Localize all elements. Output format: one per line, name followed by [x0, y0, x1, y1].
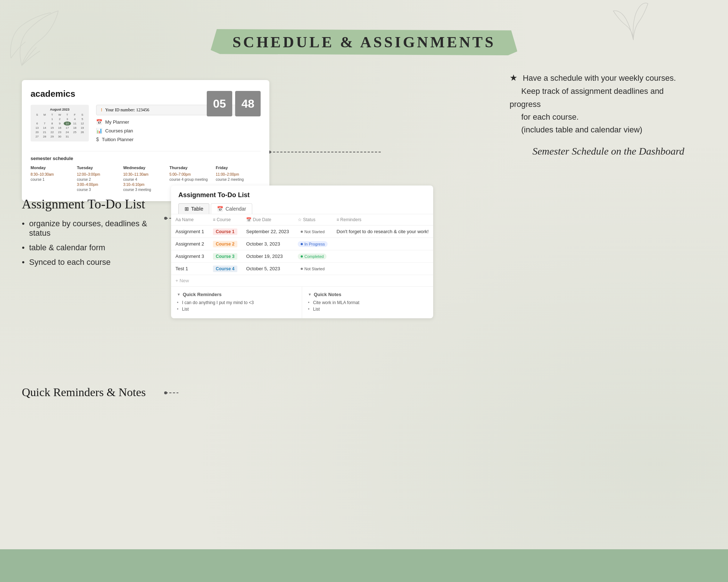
- assignment-name-3: Assignment 3: [171, 250, 209, 263]
- quick-reminder-item-2: List: [177, 307, 296, 312]
- todo-card: Assignment To-Do List ⊞ Table 📅 Calendar…: [171, 186, 433, 318]
- quick-reminders-title: ▼ Quick Reminders: [177, 292, 296, 297]
- todo-table: Aa Name ≡ Course 📅 Due Date ☆ Status ≡ R…: [171, 214, 433, 275]
- col-status: ☆ Status: [293, 214, 332, 226]
- assignment-status-3: Completed: [293, 250, 332, 263]
- tab-calendar[interactable]: 📅 Calendar: [211, 203, 252, 214]
- assignment-status-4: Not Started: [293, 263, 332, 275]
- col-name: Aa Name: [171, 214, 209, 226]
- quick-note-item-2: List: [308, 307, 427, 312]
- assignment-due-3: October 19, 2023: [242, 250, 293, 263]
- quick-sections: ▼ Quick Reminders I can do anything I pu…: [171, 286, 433, 318]
- table-grid-icon: ⊞: [185, 206, 189, 212]
- assignment-due-4: October 5, 2023: [242, 263, 293, 275]
- status-dot-icon: [301, 268, 303, 270]
- assignment-course-2: Course 2: [209, 238, 242, 250]
- assignment-status-1: Not Started: [293, 226, 332, 238]
- todo-card-header: Assignment To-Do List ⊞ Table 📅 Calendar: [171, 186, 433, 214]
- table-row[interactable]: Test 1 Course 4 October 5, 2023 Not Star…: [171, 263, 433, 275]
- quick-notes-list: Cite work in MLA format List: [308, 300, 427, 312]
- status-dot-icon: [301, 255, 303, 258]
- todo-tabs: ⊞ Table 📅 Calendar: [178, 203, 426, 214]
- table-row[interactable]: Assignment 3 Course 3 October 19, 2023 C…: [171, 250, 433, 263]
- triangle-icon: ▼: [308, 292, 312, 296]
- todo-card-title: Assignment To-Do List: [178, 191, 426, 199]
- assignment-reminder-1: Don't forget to do research & cite your …: [332, 226, 433, 238]
- assignment-course-4: Course 4: [209, 263, 242, 275]
- col-due-date: 📅 Due Date: [242, 214, 293, 226]
- triangle-icon: ▼: [177, 292, 181, 296]
- assignment-reminder-4: [332, 263, 433, 275]
- quick-notes-title: ▼ Quick Notes: [308, 292, 427, 297]
- assignment-reminder-3: [332, 250, 433, 263]
- col-course: ≡ Course: [209, 214, 242, 226]
- tab-calendar-label: Calendar: [225, 206, 246, 212]
- tab-table-label: Table: [191, 206, 203, 212]
- table-header-row: Aa Name ≡ Course 📅 Due Date ☆ Status ≡ R…: [171, 214, 433, 226]
- col-reminders: ≡ Reminders: [332, 214, 433, 226]
- assignment-name-2: Assignment 2: [171, 238, 209, 250]
- assignment-name-4: Test 1: [171, 263, 209, 275]
- svg-point-5: [164, 391, 167, 394]
- new-row-button[interactable]: + New: [171, 275, 433, 286]
- tab-table[interactable]: ⊞ Table: [178, 203, 209, 214]
- quick-reminders-section: ▼ Quick Reminders I can do anything I pu…: [171, 287, 302, 318]
- assignment-due-2: October 3, 2023: [242, 238, 293, 250]
- assignment-reminder-2: [332, 238, 433, 250]
- status-dot-icon: [301, 243, 303, 245]
- quick-reminder-item-1: I can do anything I put my mind to <3: [177, 300, 296, 305]
- table-row[interactable]: Assignment 2 Course 2 October 3, 2023 In…: [171, 238, 433, 250]
- table-row[interactable]: Assignment 1 Course 1 September 22, 2023…: [171, 226, 433, 238]
- calendar-icon: 📅: [217, 206, 223, 212]
- quick-reminders-list: I can do anything I put my mind to <3 Li…: [177, 300, 296, 312]
- assignment-course-1: Course 1: [209, 226, 242, 238]
- assignment-status-2: In Progress: [293, 238, 332, 250]
- assignment-due-1: September 22, 2023: [242, 226, 293, 238]
- quick-note-item-1: Cite work in MLA format: [308, 300, 427, 305]
- assignment-name-1: Assignment 1: [171, 226, 209, 238]
- status-dot-icon: [301, 231, 303, 233]
- assignment-course-3: Course 3: [209, 250, 242, 263]
- svg-point-3: [164, 217, 167, 220]
- quick-notes-section: ▼ Quick Notes Cite work in MLA format Li…: [302, 287, 433, 318]
